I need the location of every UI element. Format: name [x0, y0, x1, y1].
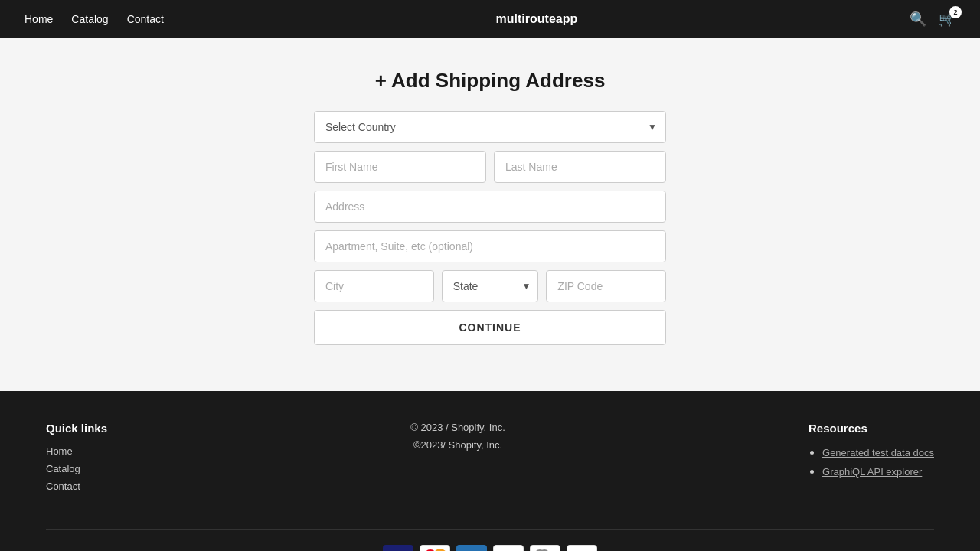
footer-center: © 2023 / Shopify, Inc. ©2023/ Shopify, I… [410, 422, 505, 498]
footer-quick-links: Quick links Home Catalog Contact [46, 422, 107, 498]
apt-input[interactable] [314, 230, 666, 262]
footer-resources: Resources Generated test data docs Graph… [808, 422, 934, 498]
state-select[interactable]: State Alabama California New York Texas [442, 270, 539, 302]
resource-link-1[interactable]: Generated test data docs [822, 447, 934, 458]
footer-divider [46, 529, 934, 530]
diners-payment-icon [530, 545, 560, 551]
cart-icon[interactable]: 🛒 2 [939, 11, 956, 28]
city-input[interactable] [314, 270, 434, 302]
quick-links-heading: Quick links [46, 422, 107, 435]
visa-payment-icon: VISA [383, 545, 413, 551]
page-title: + Add Shipping Address [375, 69, 606, 93]
footer-copyright-sub: ©2023/ Shopify, Inc. [410, 439, 505, 451]
amex-payment-icon: AMEX [456, 545, 487, 551]
payment-icons: VISA AMEX PayPal DISCOVER [383, 545, 597, 551]
footer-link-contact[interactable]: Contact [46, 481, 107, 492]
footer-link-home[interactable]: Home [46, 445, 107, 457]
paypal-payment-icon: PayPal [493, 545, 524, 551]
nav-links: Home Catalog Contact [24, 13, 164, 25]
cart-badge: 2 [949, 6, 962, 18]
footer-top: Quick links Home Catalog Contact © 2023 … [46, 422, 934, 498]
zip-input[interactable] [546, 270, 666, 302]
navbar: Home Catalog Contact multirouteapp 🔍 🛒 2 [0, 0, 980, 38]
first-name-input[interactable] [314, 151, 486, 183]
nav-contact[interactable]: Contact [127, 13, 164, 25]
address-input[interactable] [314, 191, 666, 223]
resources-heading: Resources [808, 422, 934, 435]
footer: Quick links Home Catalog Contact © 2023 … [0, 391, 980, 551]
country-select-wrapper: Select Country United States Canada Unit… [314, 111, 666, 143]
resource-item: Generated test data docs [822, 445, 934, 458]
nav-home[interactable]: Home [24, 13, 53, 25]
name-row [314, 151, 666, 183]
footer-bottom: VISA AMEX PayPal DISCOVER © 2024, multir… [46, 545, 934, 551]
footer-link-catalog[interactable]: Catalog [46, 463, 107, 474]
search-icon[interactable]: 🔍 [910, 11, 926, 28]
nav-catalog[interactable]: Catalog [71, 13, 108, 25]
main-content: + Add Shipping Address Select Country Un… [0, 38, 980, 391]
state-select-wrapper: State Alabama California New York Texas … [442, 270, 539, 302]
discover-payment-icon: DISCOVER [567, 545, 597, 551]
mastercard-payment-icon [420, 545, 450, 551]
brand-logo: multirouteapp [496, 12, 578, 26]
resource-item: GraphiQL API explorer [822, 465, 934, 478]
last-name-input[interactable] [494, 151, 666, 183]
nav-actions: 🔍 🛒 2 [910, 11, 956, 28]
footer-copyright-main: © 2023 / Shopify, Inc. [410, 422, 505, 433]
city-state-zip-row: State Alabama California New York Texas … [314, 270, 666, 302]
continue-button[interactable]: CONTINUE [314, 310, 666, 345]
shipping-form: Select Country United States Canada Unit… [314, 111, 666, 345]
resource-link-2[interactable]: GraphiQL API explorer [822, 466, 934, 478]
country-select[interactable]: Select Country United States Canada Unit… [314, 111, 666, 143]
